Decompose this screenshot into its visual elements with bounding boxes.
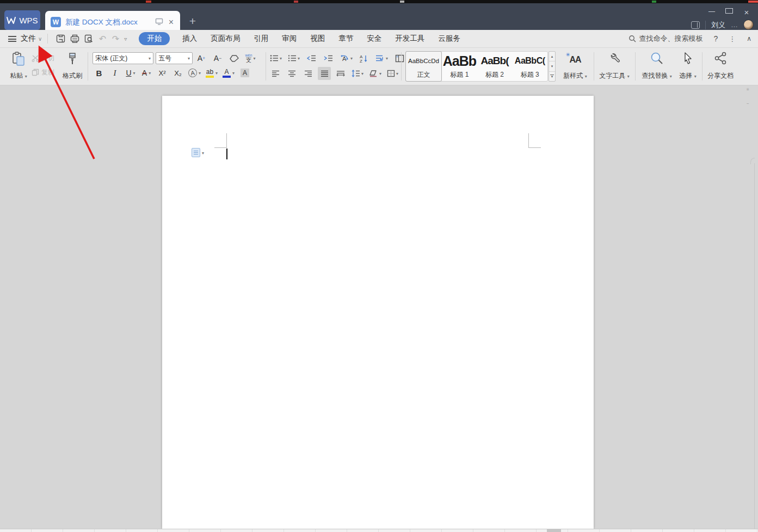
undo-button[interactable]: ↶: [96, 34, 109, 44]
new-style-button[interactable]: ✳AA 新样式 ▾: [559, 50, 591, 83]
sort-button[interactable]: A Z: [358, 52, 371, 65]
maximize-button[interactable]: [725, 8, 733, 17]
tab-developer-tools[interactable]: 开发工具: [394, 32, 426, 45]
align-center-button[interactable]: [285, 67, 298, 80]
font-size-select[interactable]: 五号 ▾: [156, 52, 193, 64]
tab-view[interactable]: 视图: [309, 32, 326, 45]
save-button[interactable]: [53, 33, 67, 45]
decrease-indent-button[interactable]: [305, 52, 318, 65]
tab-security[interactable]: 安全: [366, 32, 383, 45]
tab-home[interactable]: 开始: [139, 32, 170, 45]
text-effects-button[interactable]: A▾: [187, 66, 202, 79]
more-options-icon[interactable]: ⋮: [729, 35, 736, 43]
command-search-box[interactable]: 查找命令、搜索模板: [628, 34, 702, 44]
redo-button[interactable]: ↷: [109, 34, 122, 44]
select-button[interactable]: 选择 ▾: [675, 50, 700, 83]
pinyin-guide-button[interactable]: wén 文 ▾: [244, 52, 257, 65]
chevron-down-icon: ▾: [188, 56, 190, 61]
bold-button[interactable]: B: [93, 66, 106, 79]
font-color-button[interactable]: A ▾: [221, 66, 236, 79]
wps-home-tab[interactable]: WPS: [4, 10, 40, 30]
user-avatar[interactable]: [743, 20, 754, 30]
paste-button[interactable]: 粘贴 ▾: [7, 50, 30, 83]
close-button[interactable]: ×: [743, 8, 750, 17]
new-tab-button[interactable]: +: [186, 14, 200, 28]
minimize-button[interactable]: —: [708, 8, 716, 17]
copy-button[interactable]: 复制: [32, 66, 62, 78]
horizontal-scrollbar-thumb[interactable]: [547, 529, 561, 532]
increase-font-button[interactable]: A+: [195, 52, 208, 65]
character-shading-button[interactable]: A: [238, 66, 251, 79]
shading-button[interactable]: ▾: [368, 67, 383, 80]
pinyin-icon: wén 文: [245, 53, 252, 63]
borders-button[interactable]: ▾: [386, 67, 399, 80]
bullet-list-button[interactable]: ▾: [269, 52, 283, 65]
paragraph-layout-button[interactable]: ▾: [374, 52, 389, 65]
justify-button[interactable]: [318, 67, 331, 80]
superscript-button[interactable]: X²: [156, 66, 169, 79]
sidebar-toggle-icon[interactable]: [691, 21, 700, 29]
document-page[interactable]: ▾: [162, 96, 594, 529]
background-speck: [294, 1, 298, 3]
align-left-button[interactable]: [269, 67, 282, 80]
quick-access-dropdown-icon[interactable]: ▿: [124, 36, 127, 42]
help-button[interactable]: ?: [713, 34, 718, 43]
find-replace-button[interactable]: 查找替换 ▾: [638, 50, 675, 83]
clear-formatting-button[interactable]: [227, 52, 241, 65]
tab-references[interactable]: 引用: [252, 32, 269, 45]
paste-icon: [11, 52, 26, 67]
numbered-list-button[interactable]: ▾: [287, 52, 301, 65]
style-heading3[interactable]: AaBbC( 标题 3: [512, 52, 547, 81]
italic-button[interactable]: I: [108, 66, 121, 79]
decrease-font-button[interactable]: A−: [211, 52, 224, 65]
monitor-icon[interactable]: [155, 17, 163, 27]
subscript-button[interactable]: X₂: [171, 66, 184, 79]
tab-page-layout[interactable]: 页面布局: [209, 32, 241, 45]
tab-cloud-services[interactable]: 云服务: [437, 32, 461, 45]
user-more-icon[interactable]: …: [731, 21, 738, 29]
file-menu-button[interactable]: 文件: [21, 34, 36, 44]
cut-button[interactable]: 剪切: [32, 52, 62, 64]
insert-frame-button[interactable]: [393, 52, 406, 65]
scrollbar-top-marks[interactable]: ≡: [747, 87, 749, 92]
style-preview: AaBb(: [481, 52, 509, 70]
user-name[interactable]: 刘义: [711, 20, 725, 30]
document-area[interactable]: ▾: [0, 85, 758, 529]
font-family-select[interactable]: 宋体 (正文) ▾: [93, 52, 153, 64]
gallery-scroll-down-icon[interactable]: ▾: [549, 61, 555, 71]
text-tool-button[interactable]: 文字工具 ▾: [597, 50, 632, 83]
chevron-down-icon[interactable]: ∨: [38, 36, 42, 42]
gallery-more-icon[interactable]: ▾: [549, 72, 555, 81]
style-heading1[interactable]: AaBb 标题 1: [442, 52, 477, 81]
hamburger-icon[interactable]: [8, 36, 16, 42]
style-label: 正文: [417, 70, 430, 79]
strikethrough-button[interactable]: A▾: [140, 66, 153, 79]
line-spacing-button[interactable]: ▾: [350, 67, 365, 80]
select-label: 选择 ▾: [679, 71, 696, 81]
gallery-scroll-up-icon[interactable]: ▴: [549, 52, 555, 61]
paste-options-button[interactable]: ▾: [192, 148, 204, 157]
tab-section[interactable]: 章节: [337, 32, 354, 45]
collapse-ribbon-icon[interactable]: ∧: [747, 35, 751, 42]
wps-logo-icon: [7, 17, 16, 24]
align-right-button[interactable]: [301, 67, 315, 80]
text-direction-button[interactable]: A ▾: [338, 52, 354, 65]
underline-button[interactable]: U▾: [124, 66, 137, 79]
style-heading2[interactable]: AaBb( 标题 2: [477, 52, 513, 81]
document-tab-close-icon[interactable]: ×: [168, 18, 175, 27]
share-document-button[interactable]: 分享文档: [704, 50, 737, 83]
increase-indent-button[interactable]: [322, 52, 335, 65]
scrollbar-top-marks[interactable]: −: [747, 101, 749, 106]
distribute-button[interactable]: [334, 67, 347, 80]
divider: [594, 52, 594, 81]
ribbon-tabs: 开始 插入 页面布局 引用 审阅 视图 章节 安全 开发工具 云服务: [139, 32, 461, 45]
format-painter-button[interactable]: 格式刷: [60, 50, 85, 83]
highlight-color-button[interactable]: ab ▾: [205, 66, 219, 79]
style-normal[interactable]: AaBbCcDd 正文: [405, 51, 442, 82]
style-label: 标题 1: [450, 70, 469, 79]
background-close-button[interactable]: [748, 1, 758, 3]
print-preview-button[interactable]: [82, 33, 96, 45]
tab-insert[interactable]: 插入: [181, 32, 198, 45]
print-button[interactable]: [67, 33, 82, 45]
tab-review[interactable]: 审阅: [281, 32, 298, 45]
